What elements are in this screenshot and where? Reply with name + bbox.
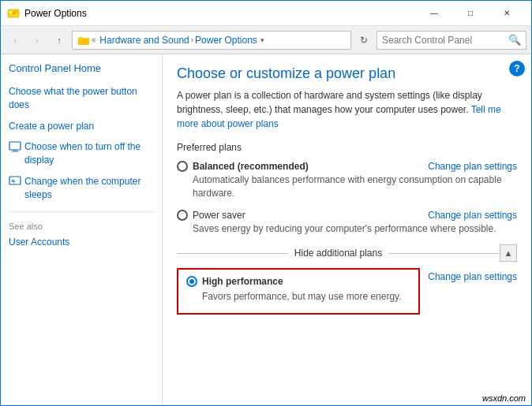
svg-rect-4 bbox=[9, 142, 21, 150]
powersaver-plan-row: Power saver Change plan settings bbox=[177, 210, 517, 221]
balanced-plan-name: Balanced (recommended) bbox=[193, 161, 309, 172]
balanced-plan-desc: Automatically balances performance with … bbox=[193, 173, 517, 200]
highperf-plan-name: High performance bbox=[202, 276, 283, 287]
highperf-plan-highlighted: High performance Favors performance, but… bbox=[177, 268, 420, 315]
svg-rect-6 bbox=[11, 151, 19, 152]
search-icon: 🔍 bbox=[508, 34, 521, 46]
folder-icon bbox=[77, 34, 90, 47]
svg-rect-5 bbox=[13, 150, 17, 151]
address-bar: ‹ › ↑ « Hardware and Sound › Power Optio… bbox=[1, 26, 531, 54]
highperf-plan-label[interactable]: High performance bbox=[186, 276, 410, 287]
window: Power Options — □ ✕ ‹ › ↑ « Hardware and… bbox=[0, 0, 532, 406]
balanced-radio[interactable] bbox=[177, 161, 188, 172]
maximize-button[interactable]: □ bbox=[452, 1, 489, 26]
additional-plans-section: Hide additional plans ▲ High performance… bbox=[177, 244, 517, 318]
balanced-settings-link[interactable]: Change plan settings bbox=[428, 161, 517, 172]
balanced-plan: Balanced (recommended) Change plan setti… bbox=[177, 161, 517, 200]
powersaver-settings-link[interactable]: Change plan settings bbox=[428, 210, 517, 221]
highperf-plan-desc: Favors performance, but may use more ene… bbox=[202, 290, 410, 304]
collapse-line-left bbox=[177, 253, 288, 254]
powersaver-plan-label[interactable]: Power saver bbox=[177, 210, 245, 221]
breadcrumb-chevron: ▾ bbox=[260, 36, 264, 44]
collapse-header: Hide additional plans ▲ bbox=[177, 244, 517, 262]
sidebar-display-link[interactable]: Choose when to turn off the display bbox=[9, 140, 154, 167]
highperf-radio[interactable] bbox=[186, 276, 197, 287]
sidebar: Control Panel Home Choose what the power… bbox=[1, 54, 163, 405]
close-button[interactable]: ✕ bbox=[489, 1, 525, 26]
collapse-line-right bbox=[388, 253, 500, 254]
breadcrumb-arrow1: › bbox=[191, 35, 193, 44]
breadcrumb-part2[interactable]: Power Options bbox=[195, 35, 257, 46]
breadcrumb-part1[interactable]: Hardware and Sound bbox=[99, 35, 189, 46]
breadcrumb-separator1: « bbox=[92, 35, 98, 44]
search-box: 🔍 bbox=[377, 31, 526, 50]
sidebar-sleep-link-text: Change when the computer sleeps bbox=[24, 175, 154, 202]
page-title: Choose or customize a power plan bbox=[177, 65, 517, 82]
svg-rect-3 bbox=[78, 39, 89, 45]
highperf-settings-link[interactable]: Change plan settings bbox=[428, 268, 517, 282]
sidebar-home-link[interactable]: Control Panel Home bbox=[9, 62, 154, 74]
collapse-label: Hide additional plans bbox=[288, 248, 388, 259]
breadcrumb-icon-item bbox=[77, 34, 90, 47]
content-area: ? Choose or customize a power plan A pow… bbox=[163, 54, 531, 405]
minimize-button[interactable]: — bbox=[416, 1, 452, 26]
sidebar-divider bbox=[9, 211, 154, 212]
forward-button[interactable]: › bbox=[28, 31, 47, 50]
breadcrumb: « Hardware and Sound › Power Options ▾ bbox=[72, 31, 351, 50]
preferred-plans-header: Preferred plans bbox=[177, 142, 517, 153]
window-title: Power Options bbox=[24, 8, 416, 19]
sleep-icon bbox=[9, 176, 21, 188]
sidebar-power-button-link[interactable]: Choose what the power button does bbox=[9, 85, 154, 112]
page-description: A power plan is a collection of hardware… bbox=[177, 88, 517, 131]
monitor-icon bbox=[9, 141, 21, 154]
balanced-plan-row: Balanced (recommended) Change plan setti… bbox=[177, 161, 517, 172]
up-button[interactable]: ↑ bbox=[50, 31, 69, 50]
help-button[interactable]: ? bbox=[509, 61, 525, 76]
sidebar-user-accounts-link[interactable]: User Accounts bbox=[9, 236, 154, 249]
svg-rect-1 bbox=[9, 11, 12, 13]
refresh-button[interactable]: ↻ bbox=[354, 31, 373, 50]
svg-rect-7 bbox=[9, 177, 21, 184]
sidebar-sleep-link[interactable]: Change when the computer sleeps bbox=[9, 175, 154, 202]
watermark: wsxdn.com bbox=[482, 393, 526, 403]
title-bar-controls: — □ ✕ bbox=[416, 1, 525, 26]
powersaver-plan: Power saver Change plan settings Saves e… bbox=[177, 210, 517, 236]
main-layout: Control Panel Home Choose what the power… bbox=[1, 54, 531, 405]
collapse-button[interactable]: ▲ bbox=[500, 244, 517, 262]
back-button[interactable]: ‹ bbox=[6, 31, 24, 50]
page-desc-main: A power plan is a collection of hardware… bbox=[177, 90, 482, 115]
window-icon bbox=[7, 7, 20, 20]
search-input[interactable] bbox=[382, 35, 505, 46]
powersaver-radio[interactable] bbox=[177, 210, 188, 221]
balanced-plan-label[interactable]: Balanced (recommended) bbox=[177, 161, 309, 172]
sidebar-create-plan-link[interactable]: Create a power plan bbox=[9, 120, 154, 133]
sidebar-see-also-label: See also bbox=[9, 222, 154, 231]
highperf-plan-row: High performance Favors performance, but… bbox=[177, 268, 517, 318]
sidebar-display-link-text: Choose when to turn off the display bbox=[24, 140, 154, 167]
powersaver-plan-name: Power saver bbox=[193, 210, 245, 221]
title-bar: Power Options — □ ✕ bbox=[1, 1, 531, 26]
powersaver-plan-desc: Saves energy by reducing your computer's… bbox=[193, 222, 517, 236]
